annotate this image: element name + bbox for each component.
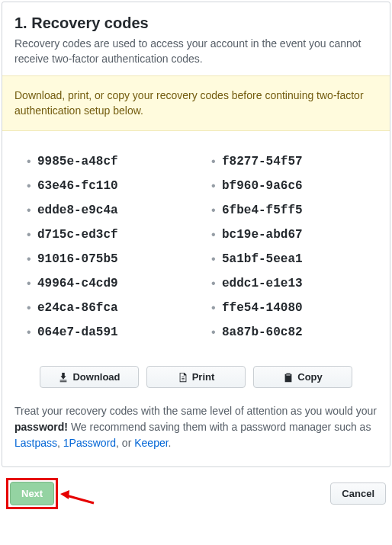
recovery-code: bc19e-abd67 <box>211 223 365 247</box>
annotation-arrow-icon <box>57 486 95 506</box>
warning-text: Download, print, or copy your recovery c… <box>14 89 364 117</box>
lastpass-link[interactable]: Lastpass <box>14 437 57 449</box>
footer-note: Treat your recovery codes with the same … <box>2 403 390 466</box>
section-title: 1. Recovery codes <box>14 14 378 32</box>
1password-link[interactable]: 1Password <box>63 437 116 449</box>
next-highlight-annotation: Next <box>6 478 58 509</box>
clipboard-icon <box>283 372 294 383</box>
recovery-code: 8a87b-60c82 <box>211 320 365 345</box>
recovery-code: d715c-ed3cf <box>27 223 181 247</box>
next-button[interactable]: Next <box>10 482 54 505</box>
recovery-code: 9985e-a48cf <box>27 149 181 174</box>
recovery-code: f8277-54f57 <box>211 149 365 174</box>
section-description: Recovery codes are used to access your a… <box>14 37 378 66</box>
recovery-code: 63e46-fc110 <box>27 174 181 198</box>
recovery-code: edde8-e9c4a <box>27 198 181 223</box>
recovery-code: 064e7-da591 <box>27 320 181 345</box>
recovery-code: 91016-075b5 <box>27 247 181 271</box>
file-icon <box>178 372 188 383</box>
download-label: Download <box>72 371 120 383</box>
codes-column-right: f8277-54f57 bf960-9a6c6 6fbe4-f5ff5 bc19… <box>211 149 365 345</box>
recovery-code: e24ca-86fca <box>27 296 181 320</box>
warning-alert: Download, print, or copy your recovery c… <box>2 75 390 131</box>
print-label: Print <box>192 371 215 383</box>
codes-column-left: 9985e-a48cf 63e46-fc110 edde8-e9c4a d715… <box>27 149 181 345</box>
recovery-codes-list: 9985e-a48cf 63e46-fc110 edde8-e9c4a d715… <box>2 131 390 357</box>
cancel-button[interactable]: Cancel <box>330 482 386 505</box>
recovery-code: bf960-9a6c6 <box>211 174 365 198</box>
recovery-code: eddc1-e1e13 <box>211 271 365 296</box>
download-icon <box>58 372 69 383</box>
recovery-code: ffe54-14080 <box>211 296 365 320</box>
keeper-link[interactable]: Keeper <box>134 437 168 449</box>
recovery-code: 5a1bf-5eea1 <box>211 247 365 271</box>
copy-label: Copy <box>297 371 323 383</box>
print-button[interactable]: Print <box>146 366 246 388</box>
recovery-code: 49964-c4cd9 <box>27 271 181 296</box>
download-button[interactable]: Download <box>40 366 139 388</box>
copy-button[interactable]: Copy <box>253 366 352 388</box>
recovery-code: 6fbe4-f5ff5 <box>211 198 365 223</box>
